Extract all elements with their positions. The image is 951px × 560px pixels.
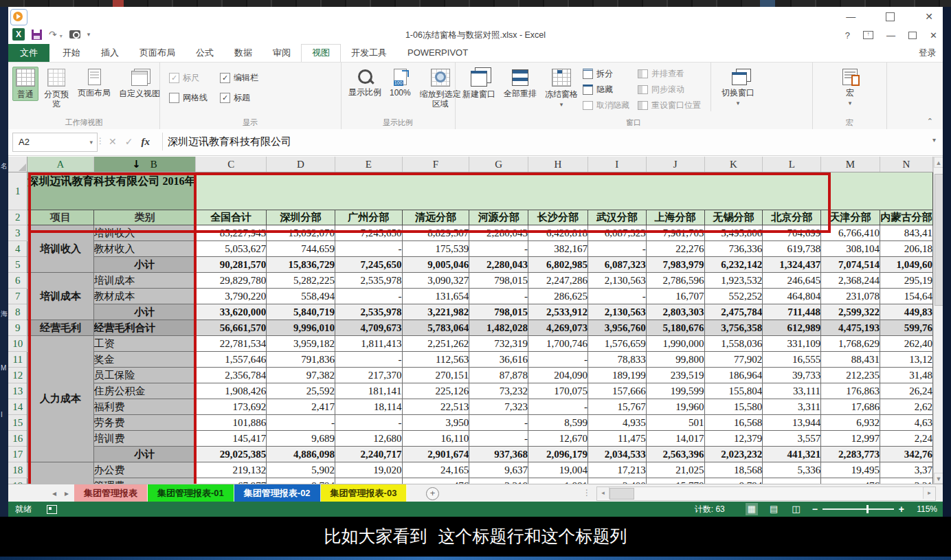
scroll-up-icon[interactable]: ▲ bbox=[934, 157, 943, 168]
header-cell-河源分部[interactable]: 河源分部 bbox=[469, 210, 528, 225]
value-cell[interactable]: 33,111 bbox=[763, 383, 821, 399]
category-cell-劳务费[interactable]: 劳务费 bbox=[93, 415, 196, 431]
group-cell-经营毛利[interactable]: 经营毛利 bbox=[27, 320, 93, 336]
minimize-button[interactable]: — bbox=[886, 30, 895, 41]
value-cell[interactable]: 77,902 bbox=[704, 352, 763, 368]
row-header-12[interactable]: 12 bbox=[8, 368, 27, 383]
close-button[interactable]: ✕ bbox=[930, 30, 937, 41]
value-cell[interactable]: 2,034,533 bbox=[588, 447, 646, 462]
value-cell[interactable]: 36,616 bbox=[469, 352, 528, 368]
header-cell-广州分部[interactable]: 广州分部 bbox=[335, 210, 402, 225]
value-cell[interactable]: 612,989 bbox=[763, 320, 821, 336]
row-header-4[interactable]: 4 bbox=[8, 241, 27, 257]
value-cell[interactable]: 90,281,570 bbox=[196, 257, 267, 273]
value-cell[interactable]: 18,114 bbox=[335, 399, 402, 415]
category-cell-小计[interactable]: 小计 bbox=[93, 257, 196, 273]
value-cell[interactable]: 29,025,385 bbox=[196, 447, 267, 462]
row-header-17[interactable]: 17 bbox=[8, 447, 27, 462]
category-cell-培训收入[interactable]: 培训收入 bbox=[93, 225, 196, 241]
save-icon[interactable] bbox=[32, 30, 42, 40]
value-cell[interactable]: 619,738 bbox=[763, 241, 821, 257]
value-cell[interactable]: 2,240,717 bbox=[335, 447, 402, 462]
sheet-tab-1[interactable]: 集团管理报表-01 bbox=[148, 484, 234, 502]
value-cell[interactable]: 12,670 bbox=[528, 431, 588, 447]
value-cell[interactable]: 101,886 bbox=[196, 415, 267, 431]
new-sheet-button[interactable]: + bbox=[426, 487, 439, 500]
group-cell-人力成本[interactable]: 人力成本 bbox=[27, 336, 93, 462]
group-cell-培训成本[interactable]: 培训成本 bbox=[27, 273, 93, 320]
value-cell[interactable]: - bbox=[267, 415, 335, 431]
value-cell[interactable]: 73,232 bbox=[469, 383, 528, 399]
row-header-18[interactable]: 18 bbox=[8, 462, 27, 478]
value-cell[interactable]: 552,252 bbox=[704, 289, 763, 304]
row-header-6[interactable]: 6 bbox=[8, 273, 27, 289]
value-cell[interactable]: 732,319 bbox=[469, 336, 528, 352]
value-cell[interactable]: 6,766,410 bbox=[821, 225, 880, 241]
value-cell[interactable]: 1,482,028 bbox=[469, 320, 528, 336]
value-cell[interactable]: 2,475,784 bbox=[704, 304, 763, 320]
value-cell[interactable]: 16,110 bbox=[402, 431, 469, 447]
value-cell[interactable]: 4,886,098 bbox=[267, 447, 335, 462]
window-small-button-重设窗口位置[interactable]: 重设窗口位置 bbox=[638, 100, 701, 111]
value-cell[interactable]: 88,431 bbox=[821, 352, 880, 368]
macros-button[interactable]: 宏 ▾ bbox=[837, 67, 863, 110]
window-small-button-隐藏[interactable]: 隐藏 bbox=[583, 84, 629, 96]
value-cell[interactable]: 15,767 bbox=[588, 399, 646, 415]
scroll-down-icon[interactable]: ▼ bbox=[934, 473, 943, 484]
value-cell[interactable]: 24,165 bbox=[402, 462, 469, 478]
value-cell[interactable]: 2,247,286 bbox=[528, 273, 588, 289]
sheet-tab-3[interactable]: 集团管理报表-03 bbox=[321, 484, 407, 502]
column-header-G[interactable]: G bbox=[469, 157, 528, 172]
value-cell[interactable]: 7,245,650 bbox=[335, 257, 402, 273]
value-cell[interactable]: 5,902 bbox=[267, 462, 335, 478]
value-cell[interactable]: 3,956,760 bbox=[588, 320, 646, 336]
zoom-100-button[interactable]: 100% bbox=[386, 67, 414, 100]
value-cell[interactable]: 798,015 bbox=[469, 304, 528, 320]
value-cell[interactable]: 18,568 bbox=[704, 462, 763, 478]
value-cell[interactable]: 67,977 bbox=[196, 478, 267, 484]
value-cell[interactable]: - bbox=[335, 478, 402, 484]
row-header-13[interactable]: 13 bbox=[8, 383, 27, 399]
value-cell[interactable]: 464,804 bbox=[763, 289, 821, 304]
value-cell[interactable]: 199,599 bbox=[646, 383, 704, 399]
value-cell[interactable]: 9,996,010 bbox=[267, 320, 335, 336]
tab-file[interactable]: 文件 bbox=[8, 44, 49, 62]
qat-dropdown-icon[interactable]: ▾ bbox=[87, 31, 91, 38]
value-cell[interactable]: - bbox=[335, 352, 402, 368]
tab-1[interactable]: 插入 bbox=[91, 44, 129, 62]
value-cell[interactable]: 131,654 bbox=[402, 289, 469, 304]
column-header-L[interactable]: L bbox=[763, 157, 821, 172]
new-window-button[interactable]: 新建窗口 bbox=[459, 67, 499, 101]
value-cell[interactable]: - bbox=[528, 352, 588, 368]
value-cell[interactable]: 7,245,650 bbox=[335, 225, 402, 241]
value-cell[interactable]: 6,932 bbox=[821, 415, 880, 431]
value-cell[interactable]: 2,130,563 bbox=[588, 304, 646, 320]
value-cell[interactable]: 219,132 bbox=[196, 462, 267, 478]
value-cell[interactable]: 2,563,396 bbox=[646, 447, 704, 462]
value-cell[interactable]: 476 bbox=[402, 478, 469, 484]
value-cell[interactable]: 342,76 bbox=[880, 447, 932, 462]
value-cell[interactable]: 99,800 bbox=[646, 352, 704, 368]
column-header-C[interactable]: C bbox=[196, 157, 267, 172]
category-cell-福利费[interactable]: 福利费 bbox=[93, 399, 196, 415]
column-header-H[interactable]: H bbox=[528, 157, 588, 172]
value-cell[interactable]: 2,280,043 bbox=[469, 257, 528, 273]
tab-8[interactable]: POWERPIVOT bbox=[397, 44, 478, 62]
value-cell[interactable]: 78,833 bbox=[588, 352, 646, 368]
category-cell-小计[interactable]: 小计 bbox=[93, 447, 196, 462]
value-cell[interactable]: 5,180,676 bbox=[646, 320, 704, 336]
scroll-right-icon[interactable]: ▸ bbox=[923, 487, 935, 499]
row-header-14[interactable]: 14 bbox=[8, 399, 27, 415]
value-cell[interactable]: 937,368 bbox=[469, 447, 528, 462]
group-cell-blank[interactable] bbox=[27, 462, 93, 484]
row-header-16[interactable]: 16 bbox=[8, 431, 27, 447]
page-break-view-icon[interactable]: ◫ bbox=[790, 503, 802, 515]
header-cell-长沙分部[interactable]: 长沙分部 bbox=[528, 210, 588, 225]
window-small-button-拆分[interactable]: 拆分 bbox=[583, 68, 629, 80]
sheet-tab-2[interactable]: 集团管理报表-02 bbox=[234, 484, 321, 502]
value-cell[interactable]: 441,321 bbox=[763, 447, 821, 462]
value-cell[interactable]: 15,092,070 bbox=[267, 225, 335, 241]
value-cell[interactable]: 16,707 bbox=[646, 289, 704, 304]
switch-windows-button[interactable]: 切换窗口 ▾ bbox=[718, 67, 758, 110]
outer-maximize-button[interactable] bbox=[886, 12, 895, 21]
